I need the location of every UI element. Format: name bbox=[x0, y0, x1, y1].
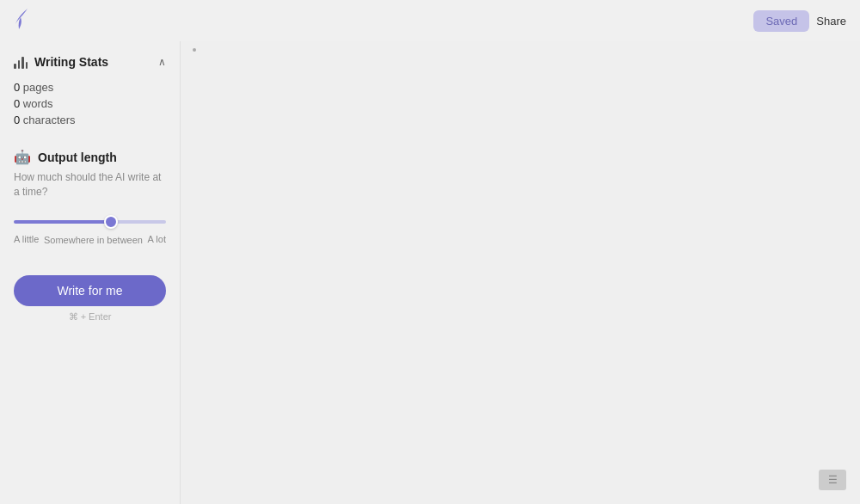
slider-label-mid: Somewhere in between bbox=[44, 234, 143, 246]
slider-label-max: A lot bbox=[148, 234, 166, 246]
slider-label-min: A little bbox=[14, 234, 39, 246]
stats-icon bbox=[14, 55, 28, 69]
write-for-me-button[interactable]: Write for me bbox=[14, 275, 166, 306]
share-button[interactable]: Share bbox=[816, 15, 846, 28]
topbar-actions: Saved Share bbox=[753, 10, 846, 32]
saved-button[interactable]: Saved bbox=[753, 10, 809, 32]
chars-stat: 0 characters bbox=[14, 112, 166, 128]
topbar: Saved Share bbox=[0, 0, 860, 41]
output-length-title: Output length bbox=[38, 151, 117, 164]
output-length-slider[interactable] bbox=[14, 220, 166, 224]
writing-stats-title: Writing Stats bbox=[34, 55, 108, 69]
robot-icon: 🤖 bbox=[14, 149, 31, 165]
pages-stat: 0 pages bbox=[14, 79, 166, 95]
bottom-right-toolbar-icon[interactable] bbox=[819, 470, 846, 490]
writing-stats-header[interactable]: Writing Stats ∧ bbox=[0, 48, 180, 76]
sidebar: Writing Stats ∧ 0 pages 0 words 0 charac… bbox=[0, 0, 181, 504]
output-length-section: 🤖 Output length How much should the AI w… bbox=[0, 138, 180, 261]
output-length-header: 🤖 Output length bbox=[14, 149, 166, 165]
output-length-description: How much should the AI write at a time? bbox=[14, 170, 166, 200]
words-stat: 0 words bbox=[14, 95, 166, 112]
write-button-container: Write for me ⌘ + Enter bbox=[0, 261, 180, 328]
stats-list: 0 pages 0 words 0 characters bbox=[0, 76, 180, 138]
write-shortcut-hint: ⌘ + Enter bbox=[14, 311, 166, 323]
dot-indicator bbox=[193, 48, 196, 52]
slider-labels: A little Somewhere in between A lot bbox=[14, 234, 166, 246]
logo bbox=[12, 7, 31, 34]
output-length-slider-container: A little Somewhere in between A lot bbox=[14, 212, 166, 246]
writing-stats-header-left: Writing Stats bbox=[14, 55, 108, 69]
chevron-up-icon: ∧ bbox=[158, 56, 166, 68]
main-content bbox=[181, 0, 860, 504]
